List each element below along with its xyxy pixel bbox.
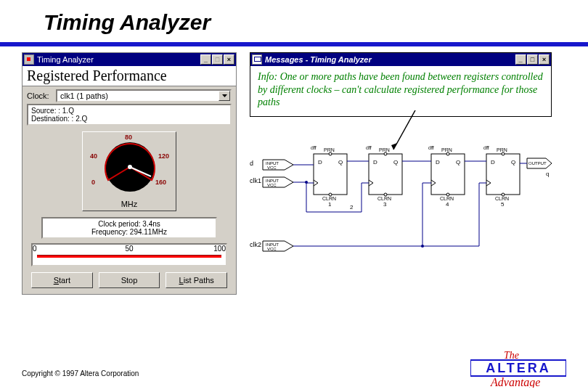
progress-slider[interactable]: 0 50 100 (31, 243, 227, 266)
section-title: Registered Performance (23, 66, 236, 86)
titlebar: Timing Analyzer _ □ × (23, 53, 236, 66)
timing-analyzer-window: Timing Analyzer _ □ × Registered Perform… (22, 52, 237, 295)
list-paths-button[interactable]: List Paths (166, 272, 227, 288)
tick-0: 0 (91, 179, 95, 186)
altera-logo: The ALTERA Advantage (470, 348, 566, 388)
sig-clk2: clk2 (250, 241, 261, 248)
clock-period: Clock period: 3.4ns (46, 220, 213, 228)
messages-window: Messages - Timing Analyzer _ □ × Info: O… (250, 52, 552, 117)
tick-40: 40 (90, 152, 97, 160)
close-button[interactable]: × (224, 54, 234, 65)
source-text: Source: : 1.Q (31, 107, 227, 115)
slider-min: 0 (33, 245, 37, 253)
clock-select[interactable]: clk1 (1 paths) (56, 89, 232, 102)
dff-num-1: 1 (328, 201, 332, 208)
slider-mid: 50 (125, 245, 133, 253)
logo-brand: ALTERA (486, 361, 551, 375)
info-message: Info: One or more paths have been found … (250, 66, 551, 116)
input-d (263, 160, 293, 170)
dff-label-3: dff (428, 145, 434, 150)
svg-point-11 (305, 181, 308, 184)
content-area: Timing Analyzer _ □ × Registered Perform… (0, 46, 588, 301)
logo-the: The (504, 350, 519, 361)
dff-num-3: 4 (446, 201, 449, 208)
tick-80: 80 (125, 134, 132, 141)
input-clk1 (263, 177, 293, 187)
node-2: 2 (350, 204, 354, 211)
dropdown-icon[interactable] (219, 91, 230, 101)
stop-button[interactable]: Stop (99, 272, 160, 288)
dff-label-4: dff (483, 145, 489, 150)
sig-q: q (546, 171, 549, 177)
dff-num-4: 5 (501, 201, 505, 208)
slide-title: Timing Analyzer (0, 0, 588, 42)
minimize-button[interactable]: _ (200, 54, 211, 65)
dest-text: Destination: : 2.Q (31, 115, 227, 123)
msg-titlebar: Messages - Timing Analyzer _ □ × (250, 53, 551, 66)
sig-clk1: clk1 (250, 177, 261, 184)
window-title: Timing Analyzer (37, 55, 94, 64)
svg-marker-0 (222, 94, 227, 97)
dff-3 (431, 147, 465, 201)
gauge: 0 40 80 120 160 MHz (82, 131, 176, 211)
frequency: Frequency: 294.11MHz (46, 228, 213, 236)
clock-label: Clock: (27, 91, 56, 100)
gauge-unit: MHz (83, 200, 176, 208)
slider-track (37, 255, 221, 258)
clock-info-box: Clock period: 3.4ns Frequency: 294.11MHz (41, 217, 217, 239)
svg-point-3 (128, 165, 132, 169)
msg-close-button[interactable]: × (539, 54, 550, 65)
start-button[interactable]: Start (31, 272, 93, 288)
tick-160: 160 (155, 179, 166, 186)
logo-slogan: Advantage (490, 376, 540, 388)
output-label: OUTPUT (528, 161, 547, 166)
maximize-button[interactable]: □ (212, 54, 223, 65)
clock-row: Clock: clk1 (1 paths) (27, 89, 232, 102)
source-dest-box: Source: : 1.Q Destination: : 2.Q (27, 104, 232, 126)
dff-label-2: dff (366, 145, 372, 150)
sig-d: d (250, 160, 253, 167)
msg-minimize-button[interactable]: _ (515, 54, 526, 65)
right-content: Messages - Timing Analyzer _ □ × Info: O… (250, 52, 566, 295)
dff-label-1: dff (311, 145, 317, 150)
msg-app-icon (252, 54, 262, 65)
gauge-dial (96, 136, 164, 193)
msg-maximize-button[interactable]: □ (527, 54, 538, 65)
dff-2 (369, 147, 402, 201)
svg-point-12 (421, 245, 424, 248)
tick-120: 120 (158, 152, 169, 160)
app-icon (24, 54, 34, 65)
slider-max: 100 (213, 245, 226, 253)
copyright: Copyright © 1997 Altera Corporation (22, 369, 139, 377)
circuit-schematic: D Q PRN CLRN INPUT VCC d (248, 110, 552, 263)
dff-1 (314, 147, 347, 201)
msg-window-title: Messages - Timing Analyzer (265, 55, 372, 64)
dff-4 (486, 147, 520, 201)
dff-num-2: 3 (383, 201, 387, 208)
clock-value: clk1 (1 paths) (60, 91, 108, 100)
input-clk2 (263, 241, 293, 251)
